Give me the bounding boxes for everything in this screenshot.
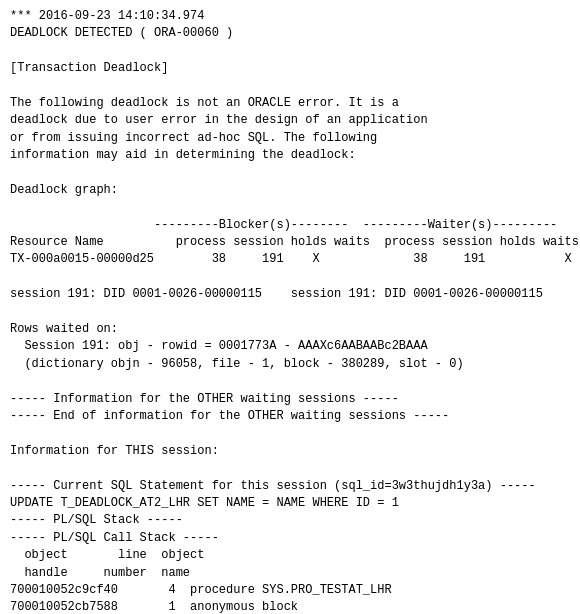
log-output: *** 2016-09-23 14:10:34.974 DEADLOCK DET… [10, 8, 570, 614]
